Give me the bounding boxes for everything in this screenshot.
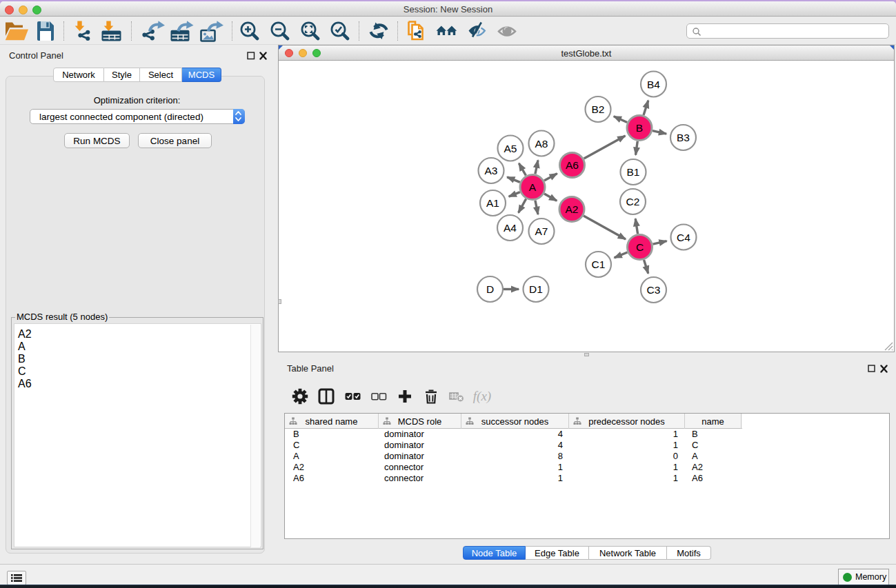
svg-text:A6: A6: [566, 159, 579, 171]
svg-text:D: D: [486, 283, 494, 295]
svg-text:B: B: [636, 122, 643, 134]
svg-text:A1: A1: [486, 197, 499, 209]
svg-text:C: C: [636, 241, 644, 253]
svg-text:A5: A5: [504, 143, 517, 154]
svg-text:C4: C4: [677, 232, 690, 243]
svg-text:B1: B1: [627, 166, 640, 178]
svg-text:A7: A7: [535, 225, 548, 237]
svg-text:A: A: [529, 181, 537, 193]
svg-text:f(x): f(x): [473, 389, 491, 404]
svg-text:C2: C2: [626, 196, 640, 207]
svg-text:B2: B2: [592, 103, 605, 115]
svg-text:B4: B4: [647, 79, 660, 90]
svg-text:A2: A2: [566, 203, 579, 215]
svg-text:A4: A4: [504, 222, 517, 234]
svg-text:A3: A3: [485, 165, 498, 176]
svg-text:A8: A8: [535, 138, 548, 150]
svg-text:B3: B3: [677, 132, 690, 143]
svg-text:C1: C1: [592, 258, 606, 270]
svg-text:D1: D1: [529, 283, 543, 295]
svg-text:C3: C3: [647, 284, 661, 296]
